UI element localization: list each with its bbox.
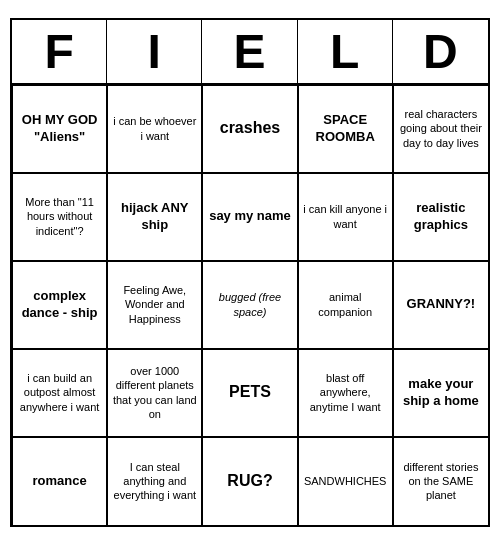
bingo-cell: GRANNY?!: [393, 261, 488, 349]
cell-text: bugged (free space): [207, 290, 292, 319]
cell-text: GRANNY?!: [407, 296, 476, 313]
bingo-cell: blast off anywhere, anytime I want: [298, 349, 393, 437]
cell-text: SPACE ROOMBA: [303, 112, 388, 146]
cell-text: say my name: [209, 208, 291, 225]
bingo-cell: different stories on the SAME planet: [393, 437, 488, 525]
bingo-cell: SPACE ROOMBA: [298, 85, 393, 173]
bingo-cell: PETS: [202, 349, 297, 437]
bingo-cell: RUG?: [202, 437, 297, 525]
bingo-grid: OH MY GOD "Aliens"i can be whoever i wan…: [12, 85, 488, 525]
bingo-cell: i can kill anyone i want: [298, 173, 393, 261]
bingo-cell: bugged (free space): [202, 261, 297, 349]
header-letter: L: [298, 20, 393, 83]
bingo-cell: More than "11 hours without indicent"?: [12, 173, 107, 261]
cell-text: OH MY GOD "Aliens": [17, 112, 102, 146]
bingo-cell: say my name: [202, 173, 297, 261]
bingo-cell: I can steal anything and everything i wa…: [107, 437, 202, 525]
cell-text: i can be whoever i want: [112, 114, 197, 143]
cell-text: complex dance - ship: [17, 288, 102, 322]
bingo-cell: i can be whoever i want: [107, 85, 202, 173]
cell-text: I can steal anything and everything i wa…: [112, 460, 197, 503]
cell-text: RUG?: [227, 471, 272, 492]
cell-text: over 1000 different planets that you can…: [112, 364, 197, 421]
bingo-cell: over 1000 different planets that you can…: [107, 349, 202, 437]
header-letter: F: [12, 20, 107, 83]
cell-text: blast off anywhere, anytime I want: [303, 371, 388, 414]
cell-text: PETS: [229, 382, 271, 403]
cell-text: More than "11 hours without indicent"?: [17, 195, 102, 238]
header-letter: E: [202, 20, 297, 83]
bingo-cell: crashes: [202, 85, 297, 173]
bingo-cell: SANDWHICHES: [298, 437, 393, 525]
cell-text: i can kill anyone i want: [303, 202, 388, 231]
bingo-cell: animal companion: [298, 261, 393, 349]
cell-text: animal companion: [303, 290, 388, 319]
bingo-cell: i can build an outpost almost anywhere i…: [12, 349, 107, 437]
bingo-cell: hijack ANY ship: [107, 173, 202, 261]
bingo-cell: realistic graphics: [393, 173, 488, 261]
bingo-cell: romance: [12, 437, 107, 525]
bingo-cell: make your ship a home: [393, 349, 488, 437]
cell-text: Feeling Awe, Wonder and Happiness: [112, 283, 197, 326]
header-letter: I: [107, 20, 202, 83]
bingo-cell: OH MY GOD "Aliens": [12, 85, 107, 173]
bingo-cell: real characters going about their day to…: [393, 85, 488, 173]
bingo-cell: complex dance - ship: [12, 261, 107, 349]
cell-text: romance: [32, 473, 86, 490]
bingo-card: FIELD OH MY GOD "Aliens"i can be whoever…: [10, 18, 490, 527]
cell-text: make your ship a home: [398, 376, 484, 410]
header-letter: D: [393, 20, 488, 83]
bingo-header: FIELD: [12, 20, 488, 85]
cell-text: hijack ANY ship: [112, 200, 197, 234]
cell-text: realistic graphics: [398, 200, 484, 234]
cell-text: different stories on the SAME planet: [398, 460, 484, 503]
cell-text: crashes: [220, 118, 281, 139]
cell-text: i can build an outpost almost anywhere i…: [17, 371, 102, 414]
bingo-cell: Feeling Awe, Wonder and Happiness: [107, 261, 202, 349]
cell-text: SANDWHICHES: [304, 474, 387, 488]
cell-text: real characters going about their day to…: [398, 107, 484, 150]
